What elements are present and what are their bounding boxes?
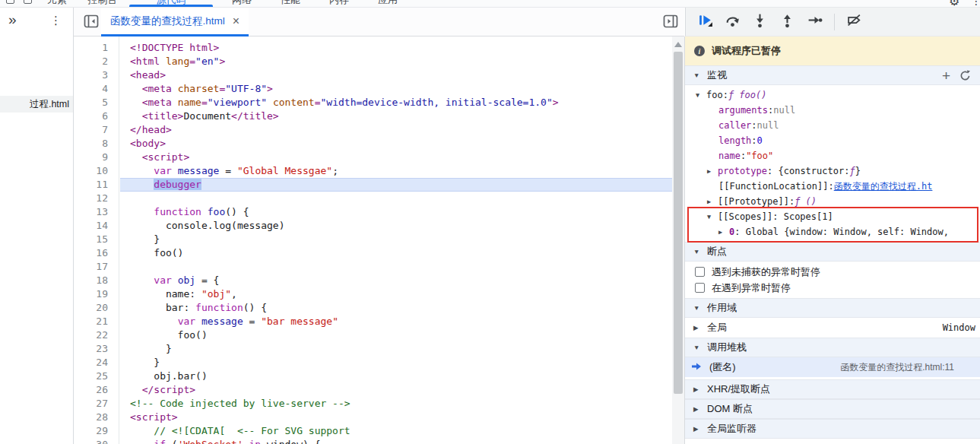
code-line[interactable]: debugger [120,178,672,192]
line-number-gutter[interactable]: 1234567891011121314151617181920212223242… [74,36,119,444]
line-number[interactable]: 17 [74,260,108,274]
line-number[interactable]: 6 [74,109,108,123]
editor-tab[interactable]: 函数变量的查找过程.html × [101,8,249,36]
line-number[interactable]: 29 [74,424,108,438]
scope-row-global[interactable]: ▶ 全局 Window [685,318,980,338]
code-line[interactable]: <title>Document</title> [120,109,672,123]
code-line[interactable]: <!-- Code injected by live-server --> [120,397,672,411]
line-number[interactable]: 14 [74,219,108,233]
main-tab[interactable]: 控制台 [79,0,126,7]
chevron-right-icon[interactable]: ▶ [718,228,729,236]
watch-row[interactable]: [[FunctionLocation]]: 函数变量的查找过程.ht [685,179,980,194]
navigator-more-icon[interactable]: ⋮ [50,14,62,27]
line-number[interactable]: 19 [74,287,108,301]
watch-section-header[interactable]: ▼ 监视 + [685,65,980,85]
scrollbar-up-arrow-icon[interactable] [674,42,682,47]
main-tab[interactable]: 应用 [368,0,408,7]
line-number[interactable]: 28 [74,411,108,424]
line-number[interactable]: 7 [74,123,108,137]
watch-row[interactable]: arguments: null [685,103,980,118]
code-line[interactable]: foo() [120,246,672,260]
call-stack-frame[interactable]: (匿名)函数变量的查找过程.html:11 [685,357,980,377]
code-line[interactable]: <head> [120,68,672,82]
code-line[interactable]: <body> [120,137,672,151]
chevron-right-icon[interactable]: ▶ [707,198,718,205]
chevron-right-icon[interactable]: ▶ [707,167,718,175]
code-line[interactable]: if ('WebSocket' in window) { [120,438,672,444]
code-line[interactable]: foo() [120,328,672,342]
line-number[interactable]: 15 [74,233,108,246]
line-number[interactable]: 20 [74,301,108,315]
code-line[interactable] [120,260,672,274]
close-tab-icon[interactable]: × [233,15,239,27]
settings-gear-icon[interactable]: ⚙ [949,0,959,8]
code-line[interactable]: // <![CDATA[ <-- For SVG support [120,424,672,438]
line-number[interactable]: 27 [74,397,108,411]
step-out-icon[interactable] [779,12,795,31]
code-line[interactable]: <meta name="viewport" content="width=dev… [120,96,672,109]
toggle-debugger-panel-icon[interactable] [663,14,678,29]
call-stack-section-header[interactable]: ▼ 调用堆栈 [685,338,980,357]
scrollbar-thumb[interactable] [674,52,683,394]
checkbox[interactable] [695,267,705,277]
main-tab[interactable]: 内存 [319,0,359,7]
code-line[interactable]: obj.bar() [120,369,672,383]
watch-row[interactable]: name: "foo" [685,148,980,163]
main-tab[interactable]: 网络 [222,0,262,7]
editor-scrollbar[interactable] [672,36,684,444]
code-line[interactable]: } [120,342,672,356]
line-number[interactable]: 11 [74,178,108,192]
code-line[interactable]: <script> [120,151,672,164]
code-line[interactable]: <meta charset="UTF-8"> [120,82,672,96]
deactivate-breakpoints-icon[interactable] [846,12,862,31]
watch-row[interactable]: ▶0: Global {window: Window, self: Window… [685,224,980,239]
watch-row[interactable]: ▼[[Scopes]]: Scopes[1] [685,209,980,224]
collapsed-section-header[interactable]: ▶XHR/提取断点 [685,379,980,399]
code-line[interactable]: bar: function() { [120,301,672,315]
code-line[interactable]: var message = "bar message" [120,315,672,328]
resume-script-icon[interactable] [697,12,713,31]
scope-section-header[interactable]: ▼ 作用域 [685,298,980,318]
code-line[interactable]: <html lang="en"> [120,55,672,68]
code-line[interactable]: <script> [120,411,672,424]
step-icon[interactable] [807,12,823,31]
line-number[interactable]: 25 [74,369,108,383]
code-area[interactable]: <!DOCTYPE html><html lang="en"><head> <m… [120,36,672,444]
code-line[interactable]: <!DOCTYPE html> [120,41,672,55]
breakpoints-section-header[interactable]: ▼ 断点 [685,242,980,262]
watch-row[interactable]: ▼foo: ƒ foo() [685,87,980,103]
code-line[interactable]: console.log(message) [120,219,672,233]
chevron-down-icon[interactable]: ▼ [696,91,706,99]
device-toolbar-icon[interactable] [24,0,32,4]
source-editor[interactable]: 1234567891011121314151617181920212223242… [74,36,684,444]
line-number[interactable]: 4 [74,82,108,96]
file-tree-item[interactable]: 过程.html [0,96,73,113]
line-number[interactable]: 16 [74,246,108,260]
collapsed-section-header[interactable]: ▶全局监听器 [685,419,980,439]
main-tab[interactable]: 性能 [271,0,310,7]
line-number[interactable]: 1 [74,41,108,55]
add-watch-icon[interactable]: + [942,68,950,83]
watch-row[interactable]: ▶[[Prototype]]: ƒ () [685,194,980,209]
inspect-element-icon[interactable] [6,0,14,4]
line-number[interactable]: 23 [74,342,108,356]
main-menu-icon[interactable]: ⋮ [971,0,980,7]
line-number[interactable]: 10 [74,164,108,178]
code-line[interactable]: </head> [120,123,672,137]
code-line[interactable]: name: "obj", [120,287,672,301]
line-number[interactable]: 8 [74,137,108,151]
step-over-icon[interactable] [725,12,741,31]
code-line[interactable] [120,192,672,205]
line-number[interactable]: 26 [74,383,108,397]
line-number[interactable]: 3 [74,68,108,82]
code-line[interactable]: var obj = { [120,274,672,287]
code-line[interactable]: } [120,233,672,246]
watch-row[interactable]: caller: null [685,118,980,133]
code-line[interactable]: function foo() { [120,205,672,219]
line-number[interactable]: 30 [74,438,108,444]
code-line[interactable]: </script> [120,383,672,397]
collapsed-section-header[interactable]: ▶DOM 断点 [685,399,980,419]
line-number[interactable]: 21 [74,315,108,328]
line-number[interactable]: 22 [74,328,108,342]
line-number[interactable]: 5 [74,96,108,109]
